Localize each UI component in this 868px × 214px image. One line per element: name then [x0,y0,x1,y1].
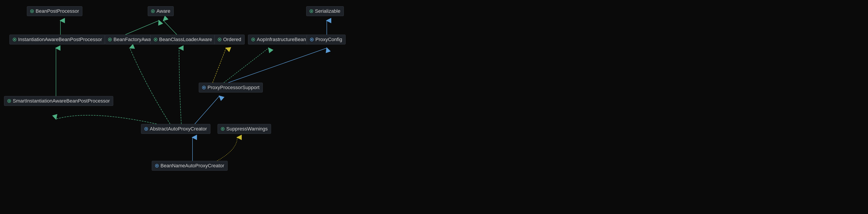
node-icon-proxy-processor-support [202,86,206,90]
node-icon-proxy-config [310,38,314,41]
node-icon-ordered [218,38,221,41]
node-label-suppress-warnings: SuppressWarnings [226,126,268,132]
node-label-aop-infrastructure: AopInfrastructureBean [257,37,306,42]
node-ordered[interactable]: Ordered [214,35,245,44]
node-label-bean-post-processor: BeanPostProcessor [36,8,79,14]
node-instantiation-aware[interactable]: InstantiationAwareBeanPostProcessor [9,35,105,44]
diagram-container: BeanPostProcessor InstantiationAwareBean… [0,0,868,214]
node-label-ordered: Ordered [223,37,241,42]
svg-line-11 [195,96,219,124]
node-label-aware: Aware [156,8,170,14]
node-bean-post-processor[interactable]: BeanPostProcessor [27,6,82,16]
node-label-bean-classloader-aware: BeanClassLoaderAware [159,37,212,42]
node-label-instantiation-aware: InstantiationAwareBeanPostProcessor [18,37,102,42]
node-label-abstract-auto-proxy: AbstractAutoProxyCreator [150,126,207,132]
node-serializable[interactable]: Serializable [306,6,344,16]
node-bean-classloader-aware[interactable]: BeanClassLoaderAware [150,35,216,44]
node-icon-bean-post-processor [30,9,34,13]
node-suppress-warnings[interactable]: SuppressWarnings [218,124,271,134]
node-label-bean-factory-aware: BeanFactoryAware [114,37,155,42]
node-icon-bean-factory-aware [108,38,112,41]
node-icon-smart-instantiation [7,99,11,103]
node-aop-infrastructure[interactable]: AopInfrastructureBean [248,35,309,44]
node-label-serializable: Serializable [315,8,340,14]
node-aware[interactable]: Aware [148,6,174,16]
arrows-svg [0,0,868,214]
node-bean-name-auto-proxy[interactable]: BeanNameAutoProxyCreator [152,161,228,171]
node-proxy-processor-support[interactable]: ProxyProcessorSupport [199,83,263,93]
node-abstract-auto-proxy[interactable]: AbstractAutoProxyCreator [141,124,210,134]
svg-line-9 [224,48,269,83]
node-icon-serializable [310,9,313,13]
node-proxy-config[interactable]: ProxyConfig [307,35,346,44]
node-icon-suppress-warnings [221,127,224,131]
node-icon-bean-name-auto-proxy [155,164,159,168]
svg-line-8 [228,48,327,83]
node-label-smart-instantiation: SmartInstantiationAwareBeanPostProcessor [13,98,110,104]
node-icon-aop-infrastructure [251,38,255,41]
node-icon-aware [151,9,155,13]
svg-line-10 [213,48,226,83]
node-smart-instantiation[interactable]: SmartInstantiationAwareBeanPostProcessor [4,96,113,106]
svg-line-6 [163,21,177,35]
node-label-proxy-config: ProxyConfig [315,37,342,42]
node-label-bean-name-auto-proxy: BeanNameAutoProxyCreator [160,163,224,169]
node-label-proxy-processor-support: ProxyProcessorSupport [208,85,259,91]
node-icon-instantiation-aware [13,38,16,41]
node-icon-abstract-auto-proxy [144,127,148,131]
node-icon-bean-classloader-aware [154,38,157,41]
svg-line-5 [125,21,159,35]
